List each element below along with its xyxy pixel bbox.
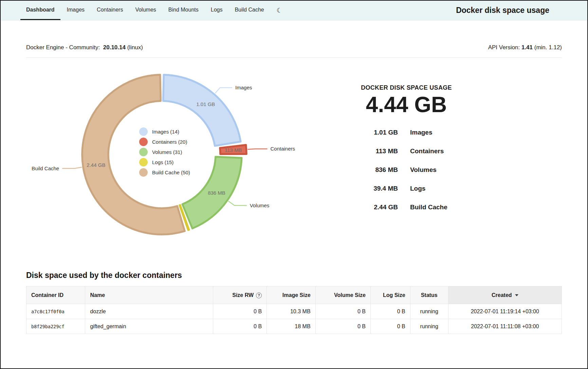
summary-value: 836 MB bbox=[347, 166, 398, 174]
logs-legend-dot bbox=[139, 158, 148, 166]
summary-label: Logs bbox=[410, 185, 493, 192]
dark-mode-toggle[interactable]: ☾ bbox=[273, 1, 286, 20]
containers-legend-dot bbox=[139, 138, 148, 146]
tab-build-cache[interactable]: Build Cache bbox=[229, 1, 270, 20]
summary-label: Build Cache bbox=[410, 204, 493, 211]
size-rw-cell: 0 B bbox=[213, 304, 267, 319]
legend-label: Images (14) bbox=[152, 129, 179, 135]
api-version-value: 1.41 bbox=[521, 44, 533, 51]
engine-version-value: 20.10.14 bbox=[103, 44, 126, 51]
table-row: b8f29ba229cf gifted_germain 0 B 18 MB 0 … bbox=[26, 319, 562, 334]
tab-logs[interactable]: Logs bbox=[205, 1, 228, 20]
api-version-label: API Version: bbox=[488, 44, 520, 51]
legend-item-logs[interactable]: Logs (15) bbox=[139, 157, 190, 167]
summary-value: 1.01 GB bbox=[347, 129, 398, 136]
created-label: Created bbox=[492, 292, 512, 298]
tab-volumes[interactable]: Volumes bbox=[129, 1, 162, 20]
container-id-cell: b8f29ba229cf bbox=[26, 319, 85, 334]
donut-chart: 1.01 GBImages113 MBContainers836 MBVolum… bbox=[26, 68, 318, 246]
summary-label: Volumes bbox=[410, 166, 493, 174]
engine-info-row: Docker Engine - Community: 20.10.14 (lin… bbox=[26, 44, 562, 51]
tab-images[interactable]: Images bbox=[61, 1, 90, 20]
disk-usage-summary: DOCKER DISK SPACE USAGE 4.44 GB 1.01 GB … bbox=[347, 68, 493, 246]
slice-leader-line bbox=[215, 88, 232, 93]
created-cell: 2022-07-01 11:19:14 +03:00 bbox=[448, 304, 562, 319]
container-name-cell: gifted_germain bbox=[85, 319, 213, 334]
column-header-status: Status bbox=[410, 286, 448, 304]
status-cell: running bbox=[410, 319, 448, 334]
size-rw-cell: 0 B bbox=[213, 319, 267, 334]
containers-table: Container ID Name Size RW? Image Size Vo… bbox=[26, 286, 562, 334]
summary-value: 113 MB bbox=[347, 147, 398, 155]
column-header-created[interactable]: Created bbox=[448, 286, 562, 304]
legend-item-images[interactable]: Images (14) bbox=[139, 126, 190, 137]
slice-value-label: 1.01 GB bbox=[196, 101, 215, 107]
slice-leader-line bbox=[228, 201, 247, 206]
build-cache-legend-dot bbox=[139, 168, 148, 177]
image-size-cell: 18 MB bbox=[267, 319, 316, 334]
slice-leader-line bbox=[62, 167, 82, 168]
slice-name-label: Containers bbox=[270, 146, 295, 152]
help-icon[interactable]: ? bbox=[256, 293, 262, 298]
chart-legend: Images (14) Containers (20) Volumes (31)… bbox=[139, 126, 190, 177]
total-disk-usage: 4.44 GB bbox=[347, 92, 493, 117]
section-divider bbox=[26, 57, 562, 58]
legend-item-build-cache[interactable]: Build Cache (50) bbox=[139, 167, 190, 177]
tab-dashboard[interactable]: Dashboard bbox=[20, 1, 60, 20]
slice-value-label: 2.44 GB bbox=[87, 162, 105, 168]
slice-name-label: Volumes bbox=[250, 203, 270, 208]
legend-label: Containers (20) bbox=[152, 139, 187, 145]
api-version-text: API Version: 1.41 (min. 1.12) bbox=[488, 44, 562, 51]
legend-label: Build Cache (50) bbox=[152, 170, 190, 175]
slice-name-label: Images bbox=[235, 85, 252, 90]
summary-grid: 1.01 GB Images 113 MB Containers 836 MB … bbox=[347, 129, 493, 211]
slice-leader-line bbox=[248, 149, 268, 149]
legend-label: Volumes (31) bbox=[152, 149, 182, 155]
engine-name-label: Docker Engine - Community: bbox=[26, 44, 100, 51]
engine-os-value: (linux) bbox=[127, 44, 143, 51]
created-cell: 2022-07-01 11:11:08 +03:00 bbox=[448, 319, 562, 334]
column-header-container-id: Container ID bbox=[26, 286, 85, 304]
size-rw-label: Size RW bbox=[232, 292, 254, 298]
summary-heading: DOCKER DISK SPACE USAGE bbox=[347, 84, 493, 91]
log-size-cell: 0 B bbox=[370, 304, 410, 319]
column-header-size-rw: Size RW? bbox=[213, 286, 267, 304]
slice-value-label: 836 MB bbox=[208, 190, 225, 196]
slice-value-label: 113 MB bbox=[225, 147, 242, 153]
status-cell: running bbox=[410, 304, 448, 319]
api-min-value: (min. 1.12) bbox=[534, 44, 562, 51]
disk-usage-section: 1.01 GBImages113 MBContainers836 MBVolum… bbox=[26, 68, 562, 246]
column-header-volume-size: Volume Size bbox=[315, 286, 370, 304]
moon-icon: ☾ bbox=[277, 6, 282, 14]
top-nav: Dashboard Images Containers Volumes Bind… bbox=[1, 1, 587, 20]
summary-value: 39.4 MB bbox=[347, 185, 398, 192]
column-header-name: Name bbox=[85, 286, 213, 304]
legend-label: Logs (15) bbox=[152, 159, 173, 165]
engine-version-text: Docker Engine - Community: 20.10.14 (lin… bbox=[26, 44, 143, 51]
sort-desc-icon bbox=[515, 294, 518, 296]
volumes-legend-dot bbox=[139, 148, 148, 156]
images-legend-dot bbox=[139, 127, 148, 136]
tab-bind-mounts[interactable]: Bind Mounts bbox=[163, 1, 204, 20]
column-header-image-size: Image Size bbox=[267, 286, 316, 304]
legend-item-containers[interactable]: Containers (20) bbox=[139, 137, 190, 147]
main-content: Docker Engine - Community: 20.10.14 (lin… bbox=[1, 44, 587, 334]
volume-size-cell: 0 B bbox=[315, 304, 370, 319]
summary-label: Images bbox=[410, 129, 493, 136]
summary-label: Containers bbox=[410, 147, 493, 155]
legend-item-volumes[interactable]: Volumes (31) bbox=[139, 147, 190, 157]
container-name-cell: dozzle bbox=[85, 304, 213, 319]
container-id-cell: a7c8c17f0f0a bbox=[26, 304, 85, 319]
column-header-log-size: Log Size bbox=[370, 286, 410, 304]
tab-containers[interactable]: Containers bbox=[91, 1, 129, 20]
summary-value: 2.44 GB bbox=[347, 204, 398, 211]
volume-size-cell: 0 B bbox=[315, 319, 370, 334]
page-title: Docker disk space usage bbox=[456, 1, 549, 20]
table-header-row: Container ID Name Size RW? Image Size Vo… bbox=[26, 286, 562, 304]
image-size-cell: 10.3 MB bbox=[267, 304, 316, 319]
app-window: Dashboard Images Containers Volumes Bind… bbox=[0, 0, 588, 369]
table-row: a7c8c17f0f0a dozzle 0 B 10.3 MB 0 B 0 B … bbox=[26, 304, 562, 319]
containers-table-heading: Disk space used by the docker containers bbox=[26, 271, 562, 280]
slice-name-label: Build Cache bbox=[32, 165, 59, 171]
log-size-cell: 0 B bbox=[370, 319, 410, 334]
